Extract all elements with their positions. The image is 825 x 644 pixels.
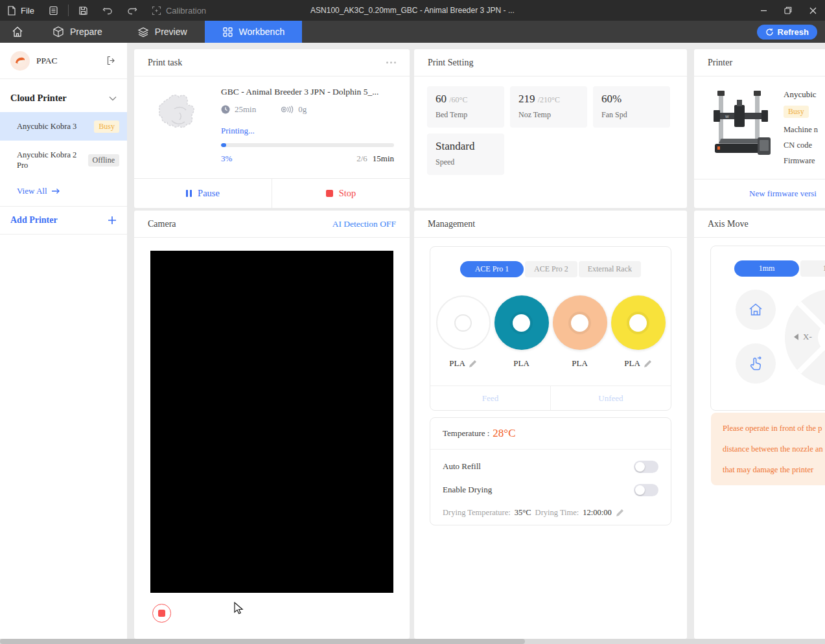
account-row[interactable]: PPAC — [0, 43, 127, 79]
stop-button[interactable]: Stop — [272, 179, 410, 208]
stop-icon — [326, 190, 333, 197]
sidebar-printer-kobra2pro[interactable]: Anycubic Kobra 2 Pro Offline — [0, 146, 127, 174]
horizontal-scrollbar[interactable] — [0, 639, 825, 644]
restore-button[interactable] — [776, 0, 800, 21]
printer-card: Printer W Anycubic Busy Machine — [694, 49, 825, 208]
filament-type: PLA — [624, 358, 640, 369]
view-all-link[interactable]: View All — [0, 174, 127, 207]
fan-speed-tile[interactable]: 60% Fan Spd — [593, 86, 670, 128]
auto-refill-label: Auto Refill — [443, 461, 481, 472]
print-status: Printing... — [221, 126, 394, 136]
refresh-icon — [765, 28, 774, 36]
filament-slot-1[interactable]: PLA — [436, 295, 491, 369]
tab-ace-pro-2[interactable]: ACE Pro 2 — [525, 261, 577, 277]
logout-icon[interactable] — [106, 56, 117, 65]
time-remaining: 15min — [373, 154, 394, 164]
redo-button[interactable] — [120, 0, 145, 21]
status-badge: Busy — [94, 121, 119, 133]
filament-slot-2[interactable]: PLA — [494, 295, 549, 369]
step-10mm-tab[interactable]: 10mm — [800, 260, 825, 277]
home-button[interactable] — [0, 21, 35, 43]
machine-name-field: Machine n — [784, 125, 818, 135]
printer-status-badge: Busy — [784, 106, 809, 118]
axis-move-card: Axis Move 1mm 10mm X- Please operate in … — [694, 211, 825, 639]
tab-preview[interactable]: Preview — [120, 21, 205, 43]
calibration-menu[interactable]: Calibration — [145, 0, 213, 21]
filament-slot-3[interactable]: PLA — [553, 295, 607, 369]
axis-move-title: Axis Move — [708, 219, 749, 229]
add-printer-button[interactable]: Add Printer — [0, 207, 127, 235]
account-name: PPAC — [36, 56, 58, 66]
printer-card-title: Printer — [708, 58, 732, 68]
add-printer-label: Add Printer — [10, 215, 58, 225]
cloud-printer-title: Cloud Printer — [10, 93, 67, 104]
spool-ring — [611, 295, 666, 350]
cn-code-field: CN code — [784, 141, 818, 150]
tab-external-rack[interactable]: External Rack — [579, 261, 641, 277]
job-name: GBC - Animal Breeder 3 JPN - Dolphin 5_.… — [221, 87, 394, 97]
notes-menu[interactable] — [41, 0, 65, 21]
nozzle-temp-tile[interactable]: 219 /210°C Noz Temp — [510, 86, 587, 128]
filament-type: PLA — [449, 358, 465, 369]
close-button[interactable] — [800, 0, 825, 21]
triangle-left-icon — [794, 334, 798, 340]
feed-button[interactable]: Feed — [430, 386, 551, 410]
tab-ace-pro-1[interactable]: ACE Pro 1 — [460, 261, 524, 277]
edit-pencil-icon[interactable] — [616, 509, 624, 517]
edit-pencil-icon[interactable] — [644, 360, 652, 368]
management-card: Management ACE Pro 1 ACE Pro 2 External … — [414, 211, 687, 639]
axis-home-button[interactable] — [736, 290, 776, 330]
tab-workbench[interactable]: Workbench — [205, 21, 303, 43]
manual-move-button[interactable] — [736, 343, 776, 384]
pause-icon — [186, 190, 192, 197]
pause-button[interactable]: Pause — [134, 179, 272, 208]
undo-button[interactable] — [95, 0, 120, 21]
enable-drying-toggle[interactable] — [634, 484, 658, 496]
fan-speed-label: Fan Spd — [601, 110, 662, 120]
cloud-printer-section[interactable]: Cloud Printer — [0, 79, 127, 112]
toolbar-divider — [68, 5, 69, 16]
bed-temp-tile[interactable]: 60 /60°C Bed Temp — [427, 86, 504, 128]
save-button[interactable] — [71, 0, 95, 21]
ace-panel: ACE Pro 1 ACE Pro 2 External Rack PLA PL… — [430, 246, 671, 411]
print-setting-card: Print Setting 60 /60°C Bed Temp 219 /210… — [414, 49, 687, 208]
minimize-button[interactable] — [751, 0, 776, 21]
ai-detection-toggle[interactable]: AI Detection OFF — [332, 219, 396, 229]
undo-icon — [102, 6, 113, 15]
drying-time-label: Drying Time: — [535, 508, 579, 518]
print-task-card: Print task GBC - Animal Breeder 3 JPN - … — [134, 49, 410, 208]
drying-panel: Temperature : 28°C Auto Refill Enable Dr… — [430, 417, 671, 525]
clock-icon — [221, 105, 230, 114]
sidebar-printer-kobra3[interactable]: Anycubic Kobra 3 Busy — [0, 112, 127, 141]
scrollbar-thumb[interactable] — [0, 639, 525, 644]
tab-workbench-label: Workbench — [239, 27, 285, 37]
auto-refill-toggle[interactable] — [634, 461, 658, 473]
tab-prepare[interactable]: Prepare — [35, 21, 120, 43]
speed-value: Standard — [436, 140, 474, 152]
file-menu[interactable]: File — [0, 0, 41, 21]
enable-drying-label: Enable Drying — [443, 485, 492, 495]
bed-temp-value: 60 — [436, 93, 447, 105]
redo-icon — [127, 6, 137, 15]
speed-tile[interactable]: Standard Speed — [427, 133, 504, 175]
x-minus-control[interactable]: X- — [794, 332, 812, 342]
pause-label: Pause — [198, 188, 220, 199]
management-title: Management — [428, 219, 475, 229]
spool-ring — [436, 295, 491, 350]
view-all-label: View All — [17, 186, 47, 196]
list-icon — [49, 6, 58, 16]
bed-temp-target: /60°C — [449, 95, 467, 104]
record-stop-button[interactable] — [152, 604, 171, 623]
filament-slot-4[interactable]: PLA — [611, 295, 666, 369]
layers-icon — [137, 26, 149, 38]
camera-feed — [150, 251, 393, 593]
printer-name: Anycubic — [784, 89, 818, 100]
new-firmware-link[interactable]: New firmware versi — [694, 179, 825, 208]
edit-pencil-icon[interactable] — [469, 360, 477, 368]
unfeed-button[interactable]: Unfeed — [551, 386, 671, 410]
title-bar: File Calibration ASN100_AK3C_0.20mm_GBC … — [0, 0, 825, 21]
refresh-button[interactable]: Refresh — [757, 25, 817, 40]
mouse-cursor — [234, 602, 244, 616]
more-menu-icon[interactable] — [386, 62, 396, 63]
step-1mm-tab[interactable]: 1mm — [734, 260, 799, 277]
